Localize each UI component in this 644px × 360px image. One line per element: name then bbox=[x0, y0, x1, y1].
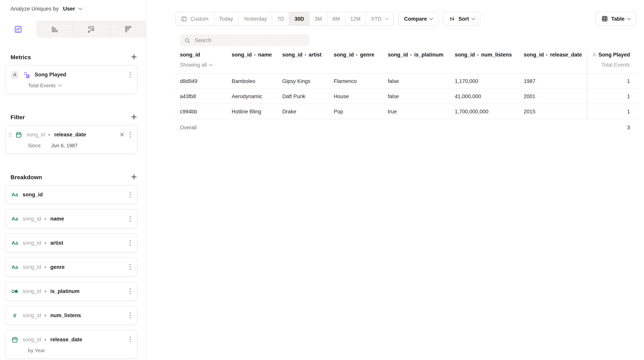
text-property-icon: Aa bbox=[11, 216, 19, 222]
cell-metric-value: 1 bbox=[627, 89, 630, 104]
range-6m[interactable]: 6M bbox=[327, 12, 345, 25]
sort-button[interactable]: Sort bbox=[443, 12, 481, 26]
range-xtd[interactable]: XTD bbox=[366, 12, 393, 25]
breakdown-card[interactable]: Aa song_id bbox=[5, 185, 138, 204]
chevron-down-icon bbox=[472, 16, 476, 20]
breakdown-property-name[interactable]: artist bbox=[50, 240, 63, 246]
path-arrow-icon bbox=[254, 54, 256, 56]
analyze-header: Analyze Uniques by User bbox=[10, 6, 138, 12]
tab-scatter-chart[interactable] bbox=[110, 21, 146, 38]
event-spark-cursor-icon bbox=[22, 71, 31, 79]
breakdown-more-menu[interactable] bbox=[129, 287, 132, 295]
breakdown-property-name[interactable]: song_id bbox=[22, 192, 43, 198]
column-header[interactable]: song_idartist bbox=[282, 52, 322, 58]
metrics-title: Metrics bbox=[10, 54, 31, 60]
add-filter-button[interactable] bbox=[130, 113, 138, 120]
chevron-down-icon bbox=[385, 16, 389, 20]
sidebar-sections: Metrics A Song Played Total Events bbox=[0, 38, 146, 359]
breakdown-more-menu[interactable] bbox=[129, 191, 132, 198]
breakdown-card[interactable]: Aa song_id genre bbox=[5, 257, 138, 277]
breakdown-card[interactable]: Aa song_id name bbox=[5, 209, 138, 228]
text-property-icon: Aa bbox=[11, 264, 19, 270]
remove-filter-icon[interactable] bbox=[119, 132, 125, 138]
breakdown-card[interactable]: song_id release_date by Year bbox=[5, 330, 138, 359]
filter-operator-dropdown[interactable]: Since bbox=[28, 143, 41, 148]
metric-aggregation-dropdown[interactable]: Total Events bbox=[28, 83, 56, 89]
metric-column-header[interactable]: A Song Played bbox=[592, 52, 630, 58]
metric-more-menu[interactable] bbox=[129, 71, 132, 78]
cell-artist: Gipsy Kings bbox=[282, 74, 310, 89]
cell-release-date: 1987 bbox=[524, 74, 535, 89]
search-input[interactable] bbox=[194, 37, 305, 44]
breakdown-property-path: song_id bbox=[22, 288, 41, 294]
breakdown-more-menu[interactable] bbox=[129, 336, 132, 343]
cell-artist: Drake bbox=[282, 104, 296, 119]
range-7d[interactable]: 7D bbox=[272, 12, 289, 25]
tab-flow-chart[interactable] bbox=[72, 21, 110, 38]
drag-handle-icon[interactable] bbox=[8, 133, 12, 136]
tab-bar-chart[interactable] bbox=[36, 21, 73, 38]
tab-line-chart[interactable] bbox=[0, 21, 36, 38]
filter-title: Filter bbox=[10, 114, 25, 120]
column-header-song-id[interactable]: song_id bbox=[180, 52, 200, 58]
overall-row: Overall 3 bbox=[174, 119, 638, 136]
range-custom[interactable]: Custom bbox=[176, 12, 214, 25]
range-today[interactable]: Today bbox=[214, 12, 238, 25]
cell-num-listens: 41,000,000 bbox=[455, 89, 481, 104]
breakdown-property-name[interactable]: name bbox=[50, 216, 64, 222]
column-header[interactable]: song_idrelease_date bbox=[524, 52, 582, 58]
breakdown-card[interactable]: song_id is_platinum bbox=[5, 282, 138, 301]
cell-name: Bamboleo bbox=[232, 74, 256, 89]
compare-button[interactable]: Compare bbox=[398, 12, 438, 26]
breakdown-property-name[interactable]: genre bbox=[50, 264, 65, 270]
breakdown-property-name[interactable]: is_platinum bbox=[50, 288, 80, 294]
column-header[interactable]: song_idname bbox=[232, 52, 272, 58]
path-arrow-icon bbox=[49, 133, 50, 136]
column-header[interactable]: song_idnum_listens bbox=[455, 52, 512, 58]
view-type-button[interactable]: Table bbox=[595, 12, 636, 26]
cell-num-listens: 1,170,000 bbox=[455, 74, 478, 89]
query-builder-sidebar: Analyze Uniques by User bbox=[0, 0, 146, 360]
breakdown-property-name[interactable]: num_listens bbox=[50, 312, 81, 318]
flow-chart-icon bbox=[87, 25, 96, 34]
breakdown-property-path: song_id bbox=[22, 337, 41, 342]
breakdown-property-path: song_id bbox=[22, 216, 41, 222]
path-arrow-icon bbox=[45, 266, 46, 268]
analyze-entity-dropdown[interactable]: User bbox=[63, 6, 75, 12]
breakdown-bucket-dropdown[interactable]: by Year bbox=[28, 347, 45, 353]
range-12m[interactable]: 12M bbox=[345, 12, 366, 25]
table-search[interactable] bbox=[180, 34, 309, 46]
table-row: a43fb8 Aerodynamic Daft Punk House false… bbox=[174, 89, 638, 104]
breakdown-card[interactable]: # song_id num_listens bbox=[5, 306, 138, 325]
range-yesterday[interactable]: Yesterday bbox=[238, 12, 272, 25]
search-icon bbox=[184, 37, 190, 44]
add-metric-button[interactable] bbox=[130, 53, 138, 60]
breakdown-property-path: song_id bbox=[22, 264, 41, 270]
range-3m[interactable]: 3M bbox=[309, 12, 327, 25]
report-toolbar: Custom Today Yesterday 7D 30D 3M 6M 12M … bbox=[175, 12, 644, 26]
table-row: d8d949 Bamboleo Gipsy Kings Flamenco fal… bbox=[174, 74, 638, 89]
metric-card[interactable]: A Song Played Total Events bbox=[5, 65, 138, 94]
breakdown-property-name[interactable]: release_date bbox=[50, 337, 82, 342]
column-header[interactable]: song_idis_platinum bbox=[388, 52, 444, 58]
filter-value[interactable]: Jun 6, 1987 bbox=[51, 143, 78, 148]
breakdown-more-menu[interactable] bbox=[129, 215, 132, 222]
chevron-down-icon bbox=[627, 16, 631, 20]
add-breakdown-button[interactable] bbox=[130, 173, 138, 180]
breakdown-card[interactable]: Aa song_id artist bbox=[5, 233, 138, 252]
cell-genre: Pop bbox=[334, 104, 343, 119]
bar-chart-icon bbox=[50, 25, 58, 33]
breakdown-more-menu[interactable] bbox=[129, 263, 132, 271]
filter-property-name[interactable]: release_date bbox=[54, 132, 86, 138]
range-30d[interactable]: 30D bbox=[289, 12, 309, 25]
showing-all-dropdown[interactable]: Showing all bbox=[180, 62, 212, 68]
metric-event-name[interactable]: Song Played bbox=[35, 72, 66, 78]
breakdown-more-menu[interactable] bbox=[129, 239, 132, 247]
breakdown-title: Breakdown bbox=[10, 174, 42, 180]
breakdown-more-menu[interactable] bbox=[129, 311, 132, 319]
path-arrow-icon bbox=[546, 54, 548, 56]
filter-card[interactable]: song_id release_date Since Jun 6, 1987 bbox=[5, 125, 138, 154]
filter-more-menu[interactable] bbox=[129, 131, 132, 138]
path-arrow-icon bbox=[45, 314, 46, 316]
column-header[interactable]: song_idgenre bbox=[334, 52, 374, 58]
